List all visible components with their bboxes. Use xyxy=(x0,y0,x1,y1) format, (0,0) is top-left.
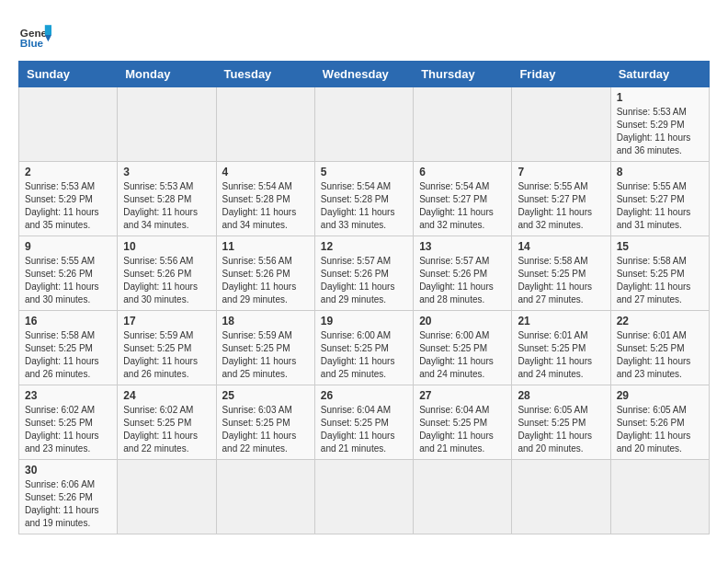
weekday-header-monday: Monday xyxy=(118,62,216,87)
day-number: 28 xyxy=(518,389,604,402)
calendar-cell: 24Sunrise: 6:02 AMSunset: 5:25 PMDayligh… xyxy=(118,385,216,460)
logo: General Blue xyxy=(18,18,51,52)
calendar-cell: 23Sunrise: 6:02 AMSunset: 5:25 PMDayligh… xyxy=(19,385,118,460)
calendar-cell xyxy=(414,87,512,162)
day-number: 17 xyxy=(123,315,210,327)
day-info: Sunrise: 6:06 AMSunset: 5:26 PMDaylight:… xyxy=(25,478,111,530)
calendar-cell: 15Sunrise: 5:58 AMSunset: 5:25 PMDayligh… xyxy=(610,236,709,311)
day-info: Sunrise: 5:59 AMSunset: 5:25 PMDaylight:… xyxy=(222,329,309,381)
day-number: 26 xyxy=(321,389,407,402)
day-number: 27 xyxy=(419,389,506,402)
weekday-header-friday: Friday xyxy=(512,62,610,87)
calendar-cell: 22Sunrise: 6:01 AMSunset: 5:25 PMDayligh… xyxy=(610,311,709,385)
day-info: Sunrise: 5:53 AMSunset: 5:28 PMDaylight:… xyxy=(123,180,210,232)
weekday-header-saturday: Saturday xyxy=(610,62,709,87)
calendar-cell: 16Sunrise: 5:58 AMSunset: 5:25 PMDayligh… xyxy=(19,311,118,385)
calendar-cell xyxy=(610,460,709,534)
day-info: Sunrise: 6:05 AMSunset: 5:25 PMDaylight:… xyxy=(518,404,604,455)
day-info: Sunrise: 5:58 AMSunset: 5:25 PMDaylight:… xyxy=(25,329,111,381)
day-number: 5 xyxy=(321,166,407,178)
day-number: 23 xyxy=(25,389,111,402)
calendar-cell: 1Sunrise: 5:53 AMSunset: 5:29 PMDaylight… xyxy=(610,87,709,162)
day-number: 9 xyxy=(25,240,111,253)
weekday-header-thursday: Thursday xyxy=(414,62,512,87)
day-number: 20 xyxy=(419,315,506,327)
day-info: Sunrise: 6:00 AMSunset: 5:25 PMDaylight:… xyxy=(419,329,506,381)
day-number: 15 xyxy=(617,240,703,253)
calendar-cell: 9Sunrise: 5:55 AMSunset: 5:26 PMDaylight… xyxy=(19,236,118,311)
weekday-header-wednesday: Wednesday xyxy=(314,62,413,87)
day-info: Sunrise: 6:01 AMSunset: 5:25 PMDaylight:… xyxy=(617,329,703,381)
page-header: General Blue xyxy=(18,18,710,52)
calendar-cell xyxy=(512,87,610,162)
calendar-cell: 21Sunrise: 6:01 AMSunset: 5:25 PMDayligh… xyxy=(512,311,610,385)
day-number: 30 xyxy=(25,464,111,477)
calendar-cell xyxy=(314,460,413,534)
day-info: Sunrise: 5:54 AMSunset: 5:28 PMDaylight:… xyxy=(222,180,309,232)
calendar-cell xyxy=(19,87,118,162)
day-number: 6 xyxy=(419,166,506,178)
day-info: Sunrise: 5:57 AMSunset: 5:26 PMDaylight:… xyxy=(321,255,407,306)
day-number: 10 xyxy=(123,240,210,253)
calendar-cell: 27Sunrise: 6:04 AMSunset: 5:25 PMDayligh… xyxy=(414,385,512,460)
day-number: 24 xyxy=(123,389,210,402)
day-info: Sunrise: 5:55 AMSunset: 5:26 PMDaylight:… xyxy=(25,255,111,306)
calendar-cell xyxy=(216,87,314,162)
calendar-cell: 10Sunrise: 5:56 AMSunset: 5:26 PMDayligh… xyxy=(118,236,216,311)
calendar-cell: 5Sunrise: 5:54 AMSunset: 5:28 PMDaylight… xyxy=(314,162,413,236)
day-number: 4 xyxy=(222,166,309,178)
day-info: Sunrise: 5:57 AMSunset: 5:26 PMDaylight:… xyxy=(419,255,506,306)
day-number: 14 xyxy=(518,240,604,253)
calendar-cell: 3Sunrise: 5:53 AMSunset: 5:28 PMDaylight… xyxy=(118,162,216,236)
calendar-cell: 20Sunrise: 6:00 AMSunset: 5:25 PMDayligh… xyxy=(414,311,512,385)
day-info: Sunrise: 5:56 AMSunset: 5:26 PMDaylight:… xyxy=(222,255,309,306)
weekday-header-tuesday: Tuesday xyxy=(216,62,314,87)
day-info: Sunrise: 6:05 AMSunset: 5:26 PMDaylight:… xyxy=(617,404,703,455)
calendar-cell xyxy=(118,460,216,534)
day-info: Sunrise: 5:56 AMSunset: 5:26 PMDaylight:… xyxy=(123,255,210,306)
day-info: Sunrise: 5:55 AMSunset: 5:27 PMDaylight:… xyxy=(617,180,703,232)
calendar-cell: 13Sunrise: 5:57 AMSunset: 5:26 PMDayligh… xyxy=(414,236,512,311)
day-number: 25 xyxy=(222,389,309,402)
calendar-cell: 6Sunrise: 5:54 AMSunset: 5:27 PMDaylight… xyxy=(414,162,512,236)
day-number: 13 xyxy=(419,240,506,253)
calendar-cell: 14Sunrise: 5:58 AMSunset: 5:25 PMDayligh… xyxy=(512,236,610,311)
calendar-cell: 29Sunrise: 6:05 AMSunset: 5:26 PMDayligh… xyxy=(610,385,709,460)
calendar-cell: 2Sunrise: 5:53 AMSunset: 5:29 PMDaylight… xyxy=(19,162,118,236)
calendar-cell: 30Sunrise: 6:06 AMSunset: 5:26 PMDayligh… xyxy=(19,460,118,534)
day-info: Sunrise: 6:01 AMSunset: 5:25 PMDaylight:… xyxy=(518,329,604,381)
day-info: Sunrise: 5:55 AMSunset: 5:27 PMDaylight:… xyxy=(518,180,604,232)
calendar-cell: 12Sunrise: 5:57 AMSunset: 5:26 PMDayligh… xyxy=(314,236,413,311)
calendar-cell xyxy=(118,87,216,162)
day-info: Sunrise: 5:59 AMSunset: 5:25 PMDaylight:… xyxy=(123,329,210,381)
calendar-cell: 19Sunrise: 6:00 AMSunset: 5:25 PMDayligh… xyxy=(314,311,413,385)
calendar-cell: 17Sunrise: 5:59 AMSunset: 5:25 PMDayligh… xyxy=(118,311,216,385)
day-info: Sunrise: 6:03 AMSunset: 5:25 PMDaylight:… xyxy=(222,404,309,455)
day-number: 12 xyxy=(321,240,407,253)
day-info: Sunrise: 6:02 AMSunset: 5:25 PMDaylight:… xyxy=(25,404,111,455)
day-info: Sunrise: 6:04 AMSunset: 5:25 PMDaylight:… xyxy=(321,404,407,455)
day-info: Sunrise: 5:53 AMSunset: 5:29 PMDaylight:… xyxy=(617,106,703,157)
calendar-cell: 18Sunrise: 5:59 AMSunset: 5:25 PMDayligh… xyxy=(216,311,314,385)
logo-icon: General Blue xyxy=(18,18,51,52)
calendar-cell: 4Sunrise: 5:54 AMSunset: 5:28 PMDaylight… xyxy=(216,162,314,236)
day-number: 21 xyxy=(518,315,604,327)
calendar-cell: 25Sunrise: 6:03 AMSunset: 5:25 PMDayligh… xyxy=(216,385,314,460)
day-number: 2 xyxy=(25,166,111,178)
calendar-cell: 28Sunrise: 6:05 AMSunset: 5:25 PMDayligh… xyxy=(512,385,610,460)
day-number: 18 xyxy=(222,315,309,327)
day-number: 29 xyxy=(617,389,703,402)
day-number: 3 xyxy=(123,166,210,178)
calendar-cell xyxy=(314,87,413,162)
day-info: Sunrise: 6:04 AMSunset: 5:25 PMDaylight:… xyxy=(419,404,506,455)
calendar-cell: 26Sunrise: 6:04 AMSunset: 5:25 PMDayligh… xyxy=(314,385,413,460)
day-number: 8 xyxy=(617,166,703,178)
day-info: Sunrise: 5:58 AMSunset: 5:25 PMDaylight:… xyxy=(518,255,604,306)
svg-marker-2 xyxy=(45,25,51,35)
calendar-cell: 8Sunrise: 5:55 AMSunset: 5:27 PMDaylight… xyxy=(610,162,709,236)
day-info: Sunrise: 6:02 AMSunset: 5:25 PMDaylight:… xyxy=(123,404,210,455)
calendar-cell xyxy=(216,460,314,534)
calendar-table: SundayMondayTuesdayWednesdayThursdayFrid… xyxy=(18,61,710,534)
day-info: Sunrise: 5:58 AMSunset: 5:25 PMDaylight:… xyxy=(617,255,703,306)
weekday-header-sunday: Sunday xyxy=(19,62,118,87)
